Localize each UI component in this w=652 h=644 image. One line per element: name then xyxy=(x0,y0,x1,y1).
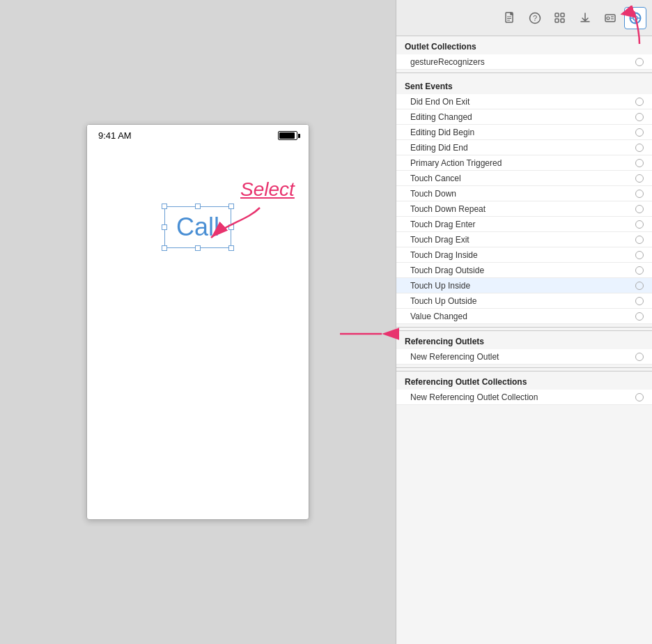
right-panel: ? xyxy=(396,0,652,644)
editing-did-begin-item[interactable]: Editing Did Begin xyxy=(396,125,652,140)
touch-drag-inside-item[interactable]: Touch Drag Inside xyxy=(396,247,652,263)
touch-down-repeat-item[interactable]: Touch Down Repeat xyxy=(396,201,652,217)
sent-events-header: Sent Events xyxy=(396,76,652,94)
touch-up-outside-circle[interactable] xyxy=(635,297,644,305)
touch-cancel-label: Touch Cancel xyxy=(410,174,461,183)
primary-action-item[interactable]: Primary Action Triggered xyxy=(396,155,652,171)
phone-content: Call Select xyxy=(87,144,309,514)
touch-drag-exit-circle[interactable] xyxy=(635,236,644,244)
phone-frame: 9:41 AM Call Select xyxy=(86,124,309,520)
touch-down-repeat-circle[interactable] xyxy=(635,205,644,213)
touch-cancel-item[interactable]: Touch Cancel xyxy=(396,171,652,186)
new-referencing-outlet-collection-label: New Referencing Outlet Collection xyxy=(410,392,538,402)
gesture-recognizers-item[interactable]: gestureRecognizers xyxy=(396,54,652,70)
help-icon-btn[interactable]: ? xyxy=(524,7,546,29)
svg-point-14 xyxy=(607,17,610,20)
value-changed-circle[interactable] xyxy=(635,312,644,321)
new-referencing-outlet-item[interactable]: New Referencing Outlet xyxy=(396,349,652,365)
touch-down-circle[interactable] xyxy=(635,190,644,198)
touch-down-item[interactable]: Touch Down xyxy=(396,186,652,201)
editing-did-begin-circle[interactable] xyxy=(635,128,644,137)
svg-rect-11 xyxy=(555,19,559,22)
handle-tm xyxy=(195,204,201,209)
svg-rect-12 xyxy=(561,19,564,22)
separator-3 xyxy=(396,367,652,368)
touch-drag-enter-item[interactable]: Touch Drag Enter xyxy=(396,217,652,232)
handle-ml xyxy=(162,224,167,230)
touch-cancel-circle[interactable] xyxy=(635,174,644,183)
phone-header: 9:41 AM xyxy=(87,125,309,144)
referencing-outlet-collections-header: Referencing Outlet Collections xyxy=(396,371,652,390)
touch-drag-exit-label: Touch Drag Exit xyxy=(410,235,469,245)
svg-point-18 xyxy=(633,16,637,20)
value-changed-item[interactable]: Value Changed xyxy=(396,309,652,324)
separator-1 xyxy=(396,72,652,73)
connections-icon-btn[interactable] xyxy=(624,7,646,29)
primary-action-label: Primary Action Triggered xyxy=(410,158,502,168)
svg-rect-9 xyxy=(555,13,559,17)
touch-down-label: Touch Down xyxy=(410,189,456,199)
touch-up-arrow xyxy=(396,277,400,294)
toolbar: ? xyxy=(396,0,652,36)
connections-panel: Outlet Collections gestureRecognizers Se… xyxy=(396,36,652,644)
touch-up-inside-item[interactable]: Touch Up Inside xyxy=(396,278,652,293)
new-referencing-outlet-collection-item[interactable]: New Referencing Outlet Collection xyxy=(396,390,652,405)
editing-changed-label: Editing Changed xyxy=(410,112,472,122)
editing-changed-circle[interactable] xyxy=(635,113,644,121)
battery-icon xyxy=(278,131,297,140)
phone-time: 9:41 AM xyxy=(98,130,132,141)
touch-down-repeat-label: Touch Down Repeat xyxy=(410,204,486,214)
touch-drag-enter-label: Touch Drag Enter xyxy=(410,220,475,229)
handle-mr xyxy=(228,224,234,230)
identity-icon-btn[interactable] xyxy=(599,7,621,29)
handle-bl xyxy=(162,245,167,251)
file-icon-btn[interactable] xyxy=(499,7,521,29)
did-end-on-exit-item[interactable]: Did End On Exit xyxy=(396,94,652,109)
separator-2 xyxy=(396,327,652,328)
new-referencing-outlet-circle[interactable] xyxy=(635,353,644,361)
touch-drag-outside-label: Touch Drag Outside xyxy=(410,266,484,275)
editing-changed-item[interactable]: Editing Changed xyxy=(396,109,652,125)
selected-button[interactable]: Call xyxy=(164,206,231,248)
editing-did-end-item[interactable]: Editing Did End xyxy=(396,140,652,155)
gesture-recognizers-label: gestureRecognizers xyxy=(410,57,485,67)
editing-did-begin-label: Editing Did Begin xyxy=(410,128,474,137)
touch-up-inside-circle[interactable] xyxy=(635,282,644,290)
touch-drag-inside-label: Touch Drag Inside xyxy=(410,250,478,260)
button-label: Call xyxy=(176,213,219,241)
handle-br xyxy=(228,245,234,251)
touch-up-inside-label: Touch Up Inside xyxy=(410,281,470,291)
select-annotation-label: Select xyxy=(240,178,295,201)
touch-up-outside-label: Touch Up Outside xyxy=(410,296,476,306)
touch-drag-enter-circle[interactable] xyxy=(635,220,644,229)
panel-arrow-svg xyxy=(340,323,396,344)
editing-did-end-label: Editing Did End xyxy=(410,143,468,153)
handle-tr xyxy=(228,204,234,209)
new-referencing-outlet-label: New Referencing Outlet xyxy=(410,352,499,362)
new-referencing-outlet-collection-circle[interactable] xyxy=(635,393,644,401)
simulator-panel: 9:41 AM Call Select xyxy=(0,0,396,644)
gesture-recognizers-circle[interactable] xyxy=(635,58,644,66)
outlet-collections-header: Outlet Collections xyxy=(396,36,652,54)
did-end-on-exit-circle[interactable] xyxy=(635,98,644,106)
editing-did-end-circle[interactable] xyxy=(635,144,644,152)
referencing-outlets-header: Referencing Outlets xyxy=(396,330,652,349)
primary-action-circle[interactable] xyxy=(635,159,644,167)
touch-drag-outside-item[interactable]: Touch Drag Outside xyxy=(396,263,652,278)
touch-drag-exit-item[interactable]: Touch Drag Exit xyxy=(396,232,652,247)
touch-drag-inside-circle[interactable] xyxy=(635,251,644,259)
touch-up-outside-item[interactable]: Touch Up Outside xyxy=(396,293,652,309)
touch-drag-outside-circle[interactable] xyxy=(635,266,644,275)
did-end-on-exit-label: Did End On Exit xyxy=(410,97,469,107)
handle-bm xyxy=(195,245,201,251)
value-changed-label: Value Changed xyxy=(410,312,467,321)
svg-rect-10 xyxy=(561,13,564,17)
handle-tl xyxy=(162,204,167,209)
svg-text:?: ? xyxy=(533,14,537,22)
grid-icon-btn[interactable] xyxy=(549,7,571,29)
download-icon-btn[interactable] xyxy=(574,7,596,29)
